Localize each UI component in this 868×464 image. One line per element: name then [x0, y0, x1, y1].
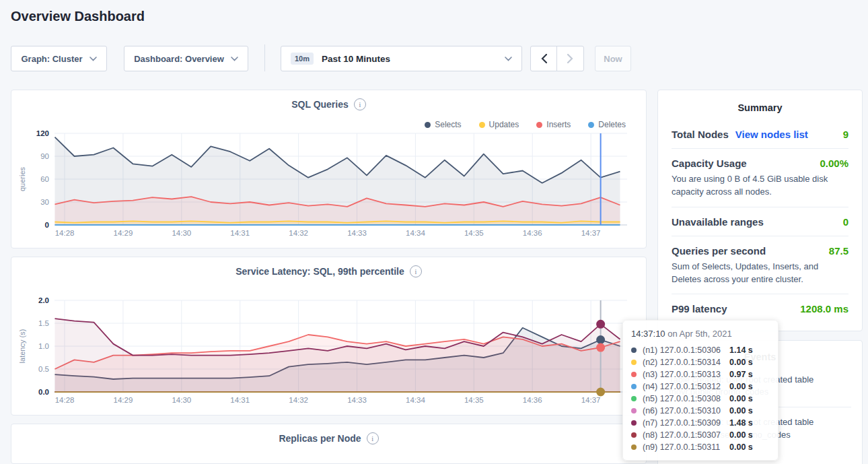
summary-value: 0.00% — [820, 158, 848, 169]
tooltip-node-label: (n4) 127.0.0.1:50312 — [643, 382, 729, 391]
svg-text:queries: queries — [18, 166, 26, 191]
svg-text:60: 60 — [40, 175, 49, 183]
svg-text:90: 90 — [40, 152, 49, 160]
service-latency-chart[interactable]: 14:2814:2914:3014:3114:3214:3314:3414:35… — [17, 296, 637, 412]
svg-text:14:37: 14:37 — [581, 229, 601, 237]
tooltip-node-label: (n3) 127.0.0.1:50313 — [643, 370, 729, 379]
tooltip-row: (n4) 127.0.0.1:503120.00 s — [631, 380, 770, 393]
summary-row: Queries per second87.5Sum of Selects, Up… — [672, 236, 848, 294]
tooltip-node-label: (n9) 127.0.0.1:50311 — [643, 442, 729, 452]
legend-item-deletes[interactable]: Deletes — [588, 120, 626, 129]
tooltip-node-label: (n5) 127.0.0.1:50308 — [643, 394, 729, 403]
tooltip-row: (n8) 127.0.0.1:503070.00 s — [631, 429, 770, 441]
svg-text:14:33: 14:33 — [347, 229, 367, 237]
legend-item-updates[interactable]: Updates — [479, 120, 519, 129]
series-dot-icon — [631, 396, 637, 401]
legend-dot — [425, 122, 431, 128]
tooltip-node-label: (n1) 127.0.0.1:50306 — [643, 345, 729, 355]
svg-text:14:30: 14:30 — [172, 396, 191, 404]
svg-text:0.5: 0.5 — [38, 365, 49, 373]
summary-label: Total Nodes — [672, 129, 729, 140]
prev-time-button[interactable] — [530, 46, 557, 71]
svg-text:latency (s): latency (s) — [18, 329, 26, 364]
svg-text:14:35: 14:35 — [464, 229, 484, 237]
time-range-badge: 10m — [291, 53, 314, 65]
chevron-down-icon — [231, 57, 238, 61]
now-button[interactable]: Now — [595, 46, 631, 71]
replicas-per-node-title: Replicas per Node — [279, 433, 361, 444]
info-icon[interactable] — [367, 432, 379, 444]
summary-value: 9 — [843, 129, 848, 140]
summary-value: 0 — [843, 216, 848, 228]
series-dot-icon — [631, 360, 637, 365]
svg-text:120: 120 — [36, 129, 49, 137]
summary-row: Unavailable ranges0 — [672, 207, 848, 236]
tooltip-row: (n1) 127.0.0.1:503061.14 s — [631, 344, 770, 356]
summary-label: P99 latency — [672, 303, 727, 314]
info-icon[interactable] — [410, 265, 422, 277]
tooltip-node-value: 1.14 s — [729, 345, 753, 355]
svg-text:14:34: 14:34 — [406, 229, 425, 237]
svg-text:14:36: 14:36 — [523, 229, 542, 237]
sql-queries-chart[interactable]: 14:2814:2914:3014:3114:3214:3314:3414:35… — [17, 129, 637, 245]
svg-text:14:29: 14:29 — [114, 396, 133, 404]
summary-row: Total NodesView nodes list9 — [672, 120, 848, 148]
sql-queries-panel: SQL Queries SelectsUpdatesInsertsDeletes… — [11, 90, 647, 248]
info-icon[interactable] — [354, 98, 366, 110]
svg-text:14:32: 14:32 — [289, 396, 308, 404]
summary-description: Sum of Selects, Updates, Inserts, and De… — [672, 261, 848, 286]
summary-row: P99 latency1208.0 ms — [672, 294, 848, 323]
graph-dropdown-label: Graph: Cluster — [21, 54, 82, 64]
svg-text:1.5: 1.5 — [38, 319, 49, 327]
legend-label: Deletes — [598, 120, 626, 129]
legend-item-selects[interactable]: Selects — [425, 120, 461, 129]
series-dot-icon — [631, 372, 637, 377]
tooltip-node-label: (n8) 127.0.0.1:50307 — [643, 430, 729, 440]
tooltip-node-label: (n2) 127.0.0.1:50314 — [643, 358, 729, 367]
view-nodes-list-link[interactable]: View nodes list — [735, 129, 836, 140]
legend-label: Selects — [435, 120, 461, 129]
graph-dropdown[interactable]: Graph: Cluster — [11, 46, 107, 71]
controls-divider — [264, 44, 265, 71]
dashboard-dropdown-label: Dashboard: Overview — [134, 54, 224, 64]
summary-row: Capacity Usage0.00%You are using 0 B of … — [672, 148, 848, 207]
svg-text:14:35: 14:35 — [464, 396, 484, 404]
summary-description: You are using 0 B of 4.5 GiB usable disk… — [672, 173, 848, 199]
svg-text:14:31: 14:31 — [230, 229, 250, 237]
overview-dashboard-page: Overview Dashboard Graph: Cluster Dashbo… — [0, 0, 868, 464]
tooltip-row: (n3) 127.0.0.1:503130.97 s — [631, 368, 770, 380]
page-title: Overview Dashboard — [11, 9, 145, 24]
svg-text:14:30: 14:30 — [172, 229, 191, 237]
tooltip-row: (n6) 127.0.0.1:503100.00 s — [631, 405, 770, 417]
legend-item-inserts[interactable]: Inserts — [536, 120, 571, 129]
svg-text:1.0: 1.0 — [38, 342, 49, 350]
tooltip-node-value: 0.00 s — [729, 358, 753, 367]
series-dot-icon — [631, 384, 637, 389]
svg-text:2.0: 2.0 — [38, 296, 49, 304]
svg-text:14:33: 14:33 — [347, 396, 367, 404]
tooltip-node-value: 0.00 s — [729, 382, 753, 391]
sql-queries-title: SQL Queries — [291, 99, 349, 110]
time-range-dropdown[interactable]: 10m Past 10 Minutes — [281, 46, 522, 71]
svg-text:0.0: 0.0 — [38, 388, 49, 396]
legend-dot — [588, 122, 594, 128]
legend-dot — [536, 122, 542, 128]
summary-value: 87.5 — [829, 245, 848, 257]
series-dot-icon — [631, 347, 637, 353]
summary-value: 1208.0 ms — [800, 303, 848, 314]
summary-label: Queries per second — [672, 245, 766, 257]
svg-text:14:34: 14:34 — [406, 396, 425, 404]
dashboard-dropdown[interactable]: Dashboard: Overview — [124, 46, 248, 71]
tooltip-row: (n7) 127.0.0.1:503091.48 s — [631, 417, 770, 429]
svg-text:14:37: 14:37 — [581, 396, 601, 404]
summary-label: Unavailable ranges — [672, 216, 764, 228]
svg-text:0: 0 — [45, 221, 49, 229]
legend-label: Updates — [489, 120, 519, 129]
summary-label: Capacity Usage — [672, 158, 747, 169]
tooltip-node-label: (n6) 127.0.0.1:50310 — [643, 406, 729, 416]
svg-text:14:29: 14:29 — [114, 229, 133, 237]
next-time-button[interactable] — [556, 46, 584, 71]
tooltip-node-label: (n7) 127.0.0.1:50309 — [643, 418, 729, 428]
series-dot-icon — [631, 408, 637, 413]
chevron-right-icon — [567, 54, 573, 63]
